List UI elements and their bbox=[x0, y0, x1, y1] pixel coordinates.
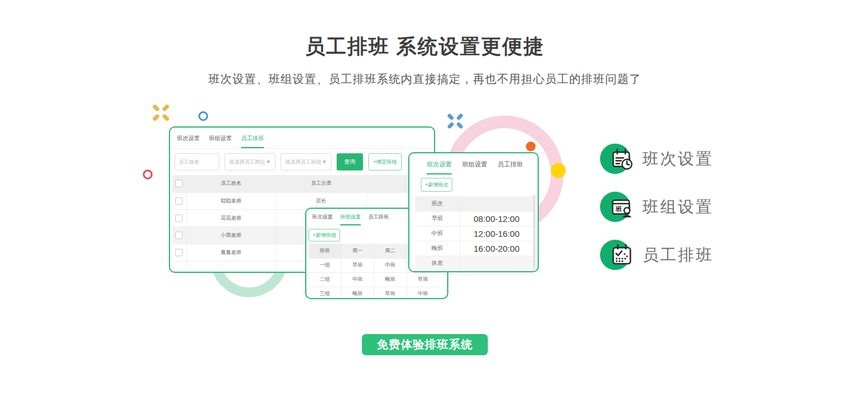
table-scrollbar[interactable] bbox=[533, 194, 535, 269]
staff-card-tabs: 班次设置 班组设置 员工排班 bbox=[170, 128, 434, 149]
row-checkbox[interactable] bbox=[175, 249, 183, 256]
landing-section: 员工排班 系统设置更便捷 班次设置、班组设置、员工排班系统内直接搞定，再也不用担… bbox=[0, 0, 868, 401]
feature-label: 班次设置 bbox=[642, 148, 713, 170]
feature-label: 员工排班 bbox=[642, 244, 713, 266]
tab-shift-settings[interactable]: 班次设置 bbox=[427, 160, 452, 174]
bind-group-button[interactable]: +绑定班组 bbox=[368, 153, 402, 170]
add-group-button[interactable]: +新增班组 bbox=[309, 229, 340, 241]
search-button[interactable]: 查询 bbox=[337, 153, 363, 170]
shift-card-tabs: 班次设置 班组设置 员工排班 bbox=[409, 153, 538, 174]
chevron-down-icon: ▼ bbox=[322, 159, 327, 165]
shift-table-header-row: 班次 bbox=[415, 196, 533, 211]
red-circle-decoration bbox=[141, 168, 154, 181]
table-row: 早班 08:00-12:00 bbox=[415, 211, 533, 226]
tab-staff-scheduling[interactable]: 员工排班 bbox=[368, 213, 389, 225]
tab-group-settings[interactable]: 班组设置 bbox=[462, 160, 487, 174]
feature-item-staff-scheduling: 员工排班 bbox=[600, 239, 713, 271]
chevron-down-icon: ▼ bbox=[266, 159, 271, 165]
staff-filter-bar: 请选择员工岗位 ▼ 请选择员工班组 ▼ 查询 +绑定班组 bbox=[170, 149, 434, 175]
tab-shift-settings[interactable]: 班次设置 bbox=[177, 134, 200, 148]
tab-group-settings[interactable]: 班组设置 bbox=[340, 213, 361, 225]
hero: 员工排班 系统设置更便捷 班次设置、班组设置、员工排班系统内直接搞定，再也不用担… bbox=[0, 0, 850, 87]
row-checkbox[interactable] bbox=[175, 232, 183, 239]
shift-settings-card: 班次设置 班组设置 员工排班 +新增班次 班次 早班 08:00-12:00 中… bbox=[408, 152, 539, 272]
tab-staff-scheduling[interactable]: 员工排班 bbox=[498, 160, 523, 174]
orange-flower-icon bbox=[151, 102, 171, 123]
page-subtitle: 班次设置、班组设置、员工排班系统内直接搞定，再也不用担心员工的排班问题了 bbox=[0, 72, 850, 87]
blue-flower-icon bbox=[446, 112, 464, 130]
position-select[interactable]: 请选择员工岗位 ▼ bbox=[224, 153, 275, 170]
calendar-team-icon: 班 bbox=[600, 191, 636, 223]
feature-label: 班组设置 bbox=[642, 196, 713, 218]
yellow-dot-decoration bbox=[551, 163, 566, 178]
feature-item-shift-settings: 班次设置 bbox=[600, 143, 713, 175]
table-row: 晚班 16:00-20:00 bbox=[415, 241, 533, 256]
tab-shift-settings[interactable]: 班次设置 bbox=[312, 213, 333, 225]
table-row: 聪聪老师 店长 bbox=[172, 192, 433, 209]
tab-staff-scheduling[interactable]: 员工排班 bbox=[241, 134, 264, 148]
row-checkbox[interactable] bbox=[175, 215, 183, 222]
add-shift-button[interactable]: +新增班次 bbox=[421, 178, 452, 192]
column-header: 员工姓名 bbox=[186, 175, 276, 192]
calendar-check-icon bbox=[600, 239, 636, 271]
row-checkbox[interactable] bbox=[175, 197, 183, 205]
shift-times-table: 班次 早班 08:00-12:00 中班 12:00-16:00 晚班 16:0… bbox=[415, 196, 533, 271]
staff-name-input[interactable] bbox=[175, 153, 219, 170]
column-header: 员工分类 bbox=[276, 175, 366, 192]
group-select[interactable]: 请选择员工班组 ▼ bbox=[281, 153, 332, 170]
svg-text:班: 班 bbox=[615, 205, 622, 212]
free-trial-button[interactable]: 免费体验排班系统 bbox=[362, 334, 488, 355]
table-row: 中班 12:00-16:00 bbox=[415, 226, 533, 241]
page-title: 员工排班 系统设置更便捷 bbox=[0, 33, 850, 60]
blue-circle-decoration bbox=[197, 110, 210, 122]
table-row: 休息 bbox=[415, 256, 533, 271]
calendar-clock-icon bbox=[600, 143, 636, 175]
table-row: 三组 晚班 早班 中班 bbox=[309, 287, 439, 299]
feature-item-group-settings: 班 班组设置 bbox=[600, 191, 713, 223]
table-row: 二组 中班 晚班 早班 bbox=[309, 272, 439, 287]
staff-table-header-row: 员工姓名 员工分类 bbox=[172, 175, 433, 192]
tab-group-settings[interactable]: 班组设置 bbox=[209, 134, 232, 148]
select-all-checkbox[interactable] bbox=[175, 180, 183, 187]
orange-dot-decoration bbox=[526, 141, 536, 152]
